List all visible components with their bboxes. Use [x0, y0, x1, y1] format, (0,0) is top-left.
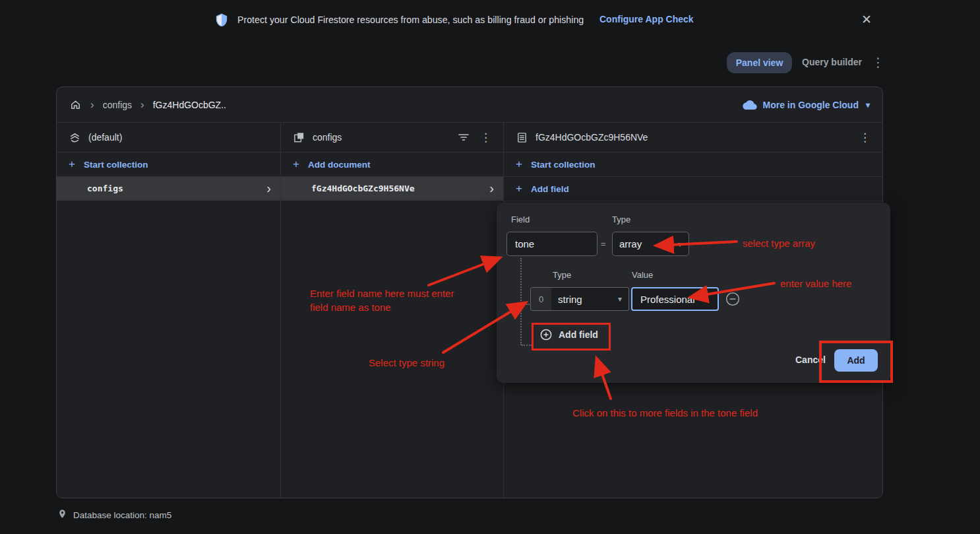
more-vert-icon[interactable]: ⋮: [859, 131, 871, 145]
configure-app-check-link[interactable]: Configure App Check: [599, 14, 694, 24]
document-icon: [516, 131, 528, 144]
database-column-header: (default): [57, 123, 280, 152]
more-vert-icon[interactable]: ⋮: [872, 55, 884, 70]
item-type-select[interactable]: string ▾: [551, 287, 629, 311]
tree-guide-line: [522, 304, 530, 305]
location-pin-icon: [57, 508, 67, 520]
field-type-value: array: [619, 238, 642, 250]
add-field-label: Add field: [531, 184, 569, 194]
firestore-console-page: Protect your Cloud Firestore resources f…: [0, 0, 980, 534]
document-column-header: fGz4HdGOcbGZc9H56NVe ⋮: [504, 123, 882, 152]
item-type-value: string: [558, 294, 582, 305]
database-location-label: Database location: nam5: [73, 510, 171, 520]
banner-message: Protect your Cloud Firestore resources f…: [237, 15, 584, 25]
breadcrumb: › configs › fGz4HdGOcbGZ.. More in Googl…: [57, 87, 882, 123]
more-in-google-cloud-button[interactable]: More in Google Cloud ▾: [743, 100, 870, 110]
tree-guide-line: [520, 258, 522, 345]
array-index-badge: 0: [530, 287, 552, 311]
plus-icon: +: [516, 182, 522, 195]
add-field-dialog: Field Type = array ▾ Type Value 0 string…: [497, 203, 890, 383]
plus-icon: +: [516, 158, 522, 171]
more-vert-icon[interactable]: ⋮: [480, 131, 491, 145]
field-name-input[interactable]: [506, 232, 597, 256]
chevron-right-icon: ›: [90, 99, 94, 111]
collection-icon: [293, 131, 305, 144]
item-value-input[interactable]: [631, 287, 719, 311]
add-document-label: Add document: [308, 160, 371, 170]
chevron-right-icon: ›: [140, 99, 144, 111]
field-label: Field: [511, 215, 530, 224]
start-collection-button[interactable]: + Start collection: [504, 152, 882, 177]
collection-column: configs ⋮ + Add docum: [280, 123, 503, 498]
plus-icon: +: [69, 158, 75, 171]
collection-row-configs[interactable]: configs ›: [57, 177, 280, 201]
shield-icon: [215, 13, 228, 28]
chevron-down-icon: ▾: [866, 100, 870, 110]
document-row[interactable]: fGz4HdGOcbGZc9H56NVe ›: [281, 177, 503, 201]
add-document-button[interactable]: + Add document: [281, 152, 503, 177]
document-title: fGz4HdGOcbGZc9H56NVe: [536, 132, 648, 143]
add-field-row-button[interactable]: + Add field: [504, 177, 882, 201]
more-in-google-cloud-label: More in Google Cloud: [763, 100, 859, 110]
tree-guide-line: [522, 345, 532, 346]
panel-view-button[interactable]: Panel view: [727, 52, 792, 73]
dialog-add-field-label: Add field: [559, 329, 598, 340]
item-value-label: Value: [632, 270, 653, 280]
panel-view-label: Panel view: [736, 57, 783, 68]
start-collection-label: Start collection: [531, 160, 596, 170]
collection-title: configs: [313, 132, 342, 143]
add-button[interactable]: Add: [834, 349, 878, 372]
remove-item-icon[interactable]: [725, 292, 740, 306]
breadcrumb-document: fGz4HdGOcbGZ..: [153, 100, 226, 110]
close-icon[interactable]: ✕: [861, 13, 872, 27]
database-column: (default) + Start collection configs ›: [57, 123, 280, 498]
collection-column-header: configs ⋮: [281, 123, 503, 152]
chevron-down-icon: ▾: [678, 240, 682, 249]
equals-sign: =: [601, 239, 606, 249]
chevron-right-icon: ›: [489, 181, 494, 196]
database-title: (default): [88, 132, 122, 143]
breadcrumb-collection[interactable]: configs: [103, 100, 132, 110]
type-label: Type: [612, 215, 630, 224]
document-row-label: fGz4HdGOcbGZc9H56NVe: [311, 184, 415, 193]
start-collection-label: Start collection: [84, 160, 148, 170]
chevron-right-icon: ›: [266, 181, 271, 196]
chevron-down-icon: ▾: [618, 294, 622, 304]
home-icon[interactable]: [69, 98, 82, 111]
start-collection-button[interactable]: + Start collection: [57, 152, 280, 177]
cancel-button[interactable]: Cancel: [790, 352, 831, 368]
cloud-icon: [743, 100, 757, 110]
filter-icon[interactable]: [458, 132, 470, 143]
dialog-add-field-button[interactable]: Add field: [534, 325, 605, 345]
plus-circle-icon: [540, 329, 552, 341]
item-type-label: Type: [553, 270, 571, 280]
collection-row-label: configs: [87, 184, 123, 193]
query-builder-button[interactable]: Query builder: [802, 57, 862, 67]
plus-icon: +: [293, 158, 299, 171]
firestore-database-icon: [69, 131, 81, 144]
field-type-select[interactable]: array ▾: [612, 232, 689, 256]
